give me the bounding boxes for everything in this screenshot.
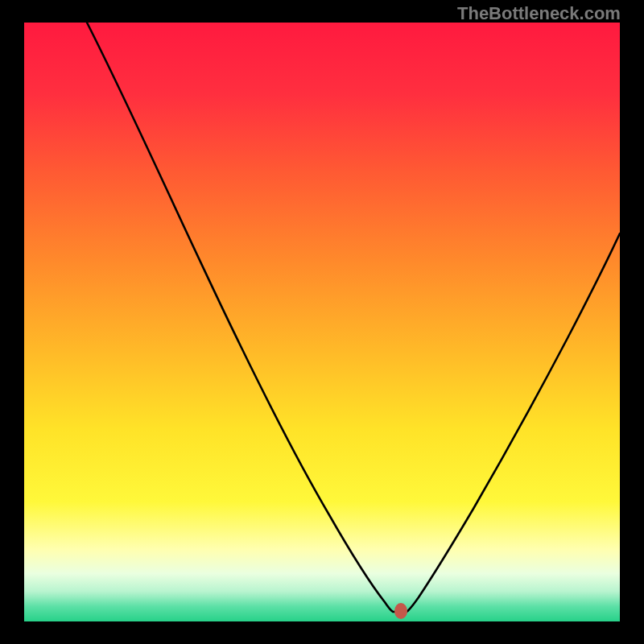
- chart-svg: [0, 0, 644, 644]
- watermark-text: TheBottleneck.com: [457, 3, 621, 24]
- chart-frame: { "watermark": { "text": "TheBottleneck.…: [0, 0, 644, 644]
- minimum-marker: [394, 603, 407, 619]
- plot-background: [24, 23, 620, 621]
